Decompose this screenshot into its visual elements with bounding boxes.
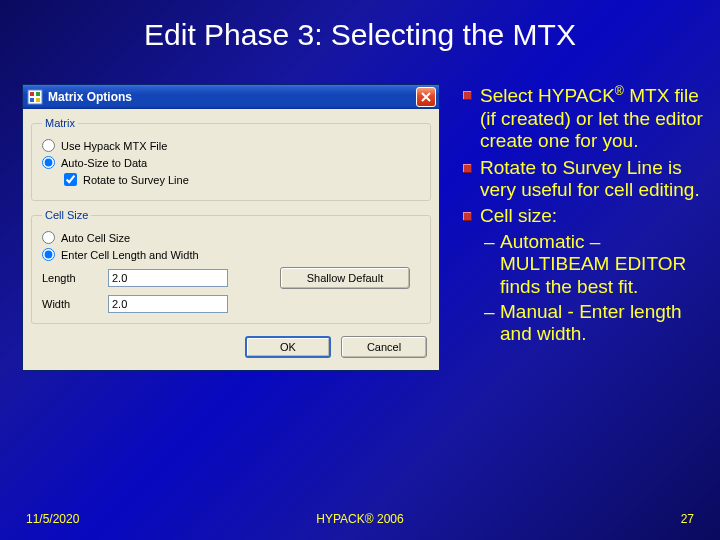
width-input[interactable] xyxy=(108,295,228,313)
length-input[interactable] xyxy=(108,269,228,287)
footer-center: HYPACK® 2006 xyxy=(0,512,720,526)
dialog-body: Matrix Use Hypack MTX File Auto-Size to … xyxy=(23,109,439,370)
cellsize-legend: Cell Size xyxy=(42,209,91,221)
enter-cell-size-radio[interactable] xyxy=(42,248,55,261)
bullet-3: Cell size: Automatic – MULTIBEAM EDITOR … xyxy=(460,205,704,345)
shallow-default-button[interactable]: Shallow Default xyxy=(280,267,410,289)
bullet-3a: Automatic – MULTIBEAM EDITOR finds the b… xyxy=(480,231,704,298)
svg-rect-2 xyxy=(36,92,40,96)
svg-rect-1 xyxy=(30,92,34,96)
rotate-label: Rotate to Survey Line xyxy=(83,174,189,186)
footer-page-number: 27 xyxy=(681,512,694,526)
bullet-2: Rotate to Survey Line is very useful for… xyxy=(460,157,704,202)
cellsize-group: Cell Size Auto Cell Size Enter Cell Leng… xyxy=(31,209,431,324)
width-label: Width xyxy=(42,298,102,310)
cancel-button[interactable]: Cancel xyxy=(341,336,427,358)
enter-cell-size-label: Enter Cell Length and Width xyxy=(61,249,199,261)
bullet-3b: Manual - Enter length and width. xyxy=(480,301,704,346)
auto-cell-size-radio[interactable] xyxy=(42,231,55,244)
dialog-button-row: OK Cancel xyxy=(31,332,431,360)
matrix-legend: Matrix xyxy=(42,117,78,129)
svg-rect-4 xyxy=(36,98,40,102)
app-icon xyxy=(27,89,43,105)
auto-cell-size-label: Auto Cell Size xyxy=(61,232,130,244)
rotate-checkbox[interactable] xyxy=(64,173,77,186)
bullet-1: Select HYPACK® MTX file (if created) or … xyxy=(460,84,704,153)
length-label: Length xyxy=(42,272,102,284)
close-button[interactable] xyxy=(416,87,436,107)
use-hypack-mtx-radio[interactable] xyxy=(42,139,55,152)
slide-title: Edit Phase 3: Selecting the MTX xyxy=(0,18,720,52)
dialog-title: Matrix Options xyxy=(48,90,416,104)
use-hypack-mtx-label: Use Hypack MTX File xyxy=(61,140,167,152)
matrix-group: Matrix Use Hypack MTX File Auto-Size to … xyxy=(31,117,431,201)
ok-button[interactable]: OK xyxy=(245,336,331,358)
matrix-options-dialog: Matrix Options Matrix Use Hypack MTX Fil… xyxy=(22,84,440,371)
bullet-panel: Select HYPACK® MTX file (if created) or … xyxy=(460,84,704,350)
titlebar[interactable]: Matrix Options xyxy=(23,85,439,109)
svg-rect-3 xyxy=(30,98,34,102)
auto-size-label: Auto-Size to Data xyxy=(61,157,147,169)
auto-size-radio[interactable] xyxy=(42,156,55,169)
